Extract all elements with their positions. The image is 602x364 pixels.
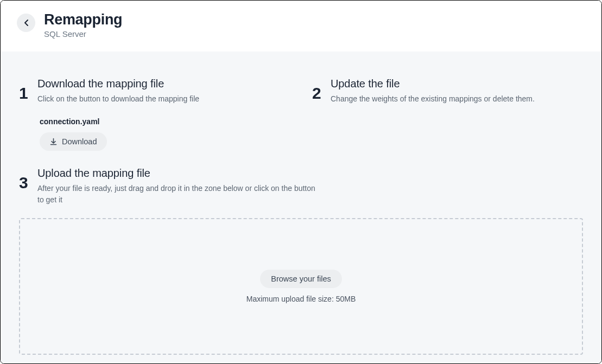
page-subtitle: SQL Server (44, 29, 122, 39)
upload-dropzone[interactable]: Browse your files Maximum upload file si… (19, 218, 583, 355)
browse-files-button[interactable]: Browse your files (260, 270, 341, 288)
title-block: Remapping SQL Server (44, 11, 122, 39)
file-download-section: connection.yaml Download (40, 117, 583, 151)
step-1: 1 Download the mapping file Click on the… (19, 78, 290, 104)
page-header: Remapping SQL Server (1, 1, 601, 52)
step-content: Upload the mapping file After your file … (37, 167, 583, 205)
download-button-label: Download (62, 137, 97, 146)
step-description: Change the weights of the existing mappi… (331, 93, 567, 104)
download-button[interactable]: Download (40, 132, 107, 151)
step-description: After your file is ready, just drag and … (37, 183, 320, 205)
back-button[interactable] (17, 14, 35, 32)
step-description: Click on the button to download the mapp… (37, 93, 290, 104)
download-icon (49, 138, 58, 146)
step-2: 2 Update the file Change the weights of … (312, 78, 567, 104)
step-title: Update the file (331, 78, 567, 90)
step-number: 3 (19, 175, 30, 205)
step-3: 3 Upload the mapping file After your fil… (19, 167, 583, 205)
file-name: connection.yaml (40, 117, 583, 126)
step-number: 1 (19, 85, 30, 104)
step-content: Download the mapping file Click on the b… (37, 78, 290, 104)
step-number: 2 (312, 85, 323, 104)
step-title: Download the mapping file (37, 78, 290, 90)
upload-size-hint: Maximum upload file size: 50MB (246, 295, 356, 303)
steps-row-top: 1 Download the mapping file Click on the… (19, 78, 583, 104)
browse-button-label: Browse your files (271, 274, 331, 283)
page-title: Remapping (44, 11, 122, 28)
step-title: Upload the mapping file (37, 167, 583, 180)
step-content: Update the file Change the weights of th… (331, 78, 567, 104)
main-content: 1 Download the mapping file Click on the… (1, 52, 601, 364)
chevron-left-icon (24, 19, 29, 27)
